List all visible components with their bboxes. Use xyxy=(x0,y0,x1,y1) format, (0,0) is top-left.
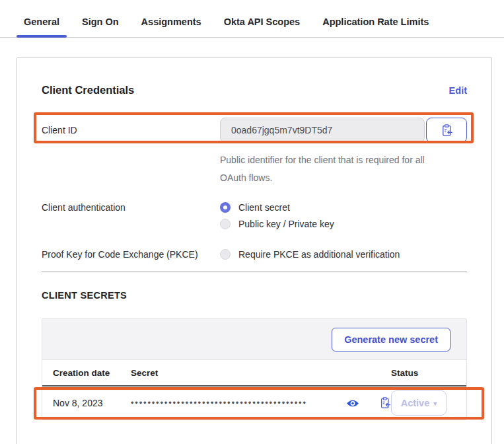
status-cell: Active ▾ xyxy=(391,390,457,416)
secret-value-cell: ••••••••••••••••••••••••••••••••••••••••… xyxy=(131,397,391,409)
masked-secret-value: ••••••••••••••••••••••••••••••••••••••••… xyxy=(131,398,343,408)
app-tab-bar: General Sign On Assignments Okta API Sco… xyxy=(0,0,504,38)
chevron-down-icon: ▾ xyxy=(433,400,437,407)
client-secrets-toolbar: Generate new secret xyxy=(42,319,466,360)
copy-client-id-button[interactable] xyxy=(426,118,467,143)
tab-okta-api-scopes[interactable]: Okta API Scopes xyxy=(217,5,308,37)
client-secrets-panel: Generate new secret Creation date Secret… xyxy=(42,318,467,420)
client-id-help-text: Public identifier for the client that is… xyxy=(220,151,448,187)
client-credentials-header: Client Credentials Edit xyxy=(42,84,467,96)
secrets-table-header: Creation date Secret Status xyxy=(42,360,466,387)
radio-client-secret[interactable]: Client secret xyxy=(220,202,467,213)
client-secrets-title: CLIENT SECRETS xyxy=(42,290,467,301)
column-header-status: Status xyxy=(391,368,457,378)
copy-icon xyxy=(441,124,453,137)
secret-creation-date: Nov 8, 2023 xyxy=(53,398,131,408)
client-authentication-options: Client secret Public key / Private key xyxy=(220,196,467,229)
column-header-secret: Secret xyxy=(131,368,391,378)
radio-public-private-key[interactable]: Public key / Private key xyxy=(220,219,467,229)
tab-sign-on[interactable]: Sign On xyxy=(75,5,126,37)
pkce-label: Proof Key for Code Exchange (PKCE) xyxy=(42,243,220,260)
eye-icon xyxy=(346,399,359,408)
radio-client-secret-label: Client secret xyxy=(238,202,290,213)
radio-public-private-key-label: Public key / Private key xyxy=(238,219,334,229)
tab-general[interactable]: General xyxy=(17,5,67,37)
pkce-options: Require PKCE as additional verification xyxy=(220,243,467,260)
section-divider xyxy=(42,272,467,272)
client-credentials-title: Client Credentials xyxy=(42,84,134,96)
pkce-option-label: Require PKCE as additional verification xyxy=(238,249,400,260)
client-authentication-label: Client authentication xyxy=(42,196,220,229)
copy-secret-button[interactable] xyxy=(379,397,391,409)
general-settings-card: Client Credentials Edit Client ID 0oad67… xyxy=(17,57,492,444)
copy-icon xyxy=(379,397,391,409)
checkbox-unchecked-icon[interactable] xyxy=(220,249,231,260)
radio-unselected-icon[interactable] xyxy=(220,219,231,229)
pkce-row: Proof Key for Code Exchange (PKCE) Requi… xyxy=(42,243,467,260)
tab-assignments[interactable]: Assignments xyxy=(134,5,209,37)
client-id-control: 0oad67jgq5m7vt9DT5d7 xyxy=(220,118,467,143)
column-header-creation-date: Creation date xyxy=(53,368,131,378)
status-active-label: Active xyxy=(401,398,430,408)
client-authentication-row: Client authentication Client secret Publ… xyxy=(42,196,467,229)
reveal-secret-button[interactable] xyxy=(346,399,359,408)
client-id-field[interactable]: 0oad67jgq5m7vt9DT5d7 xyxy=(220,118,425,143)
generate-new-secret-button[interactable]: Generate new secret xyxy=(332,328,450,352)
status-active-dropdown[interactable]: Active ▾ xyxy=(391,390,447,416)
radio-selected-icon[interactable] xyxy=(220,202,231,213)
pkce-checkbox-option[interactable]: Require PKCE as additional verification xyxy=(220,249,467,260)
client-id-row: Client ID 0oad67jgq5m7vt9DT5d7 Public id… xyxy=(42,118,467,187)
secret-table-row: Nov 8, 2023 ••••••••••••••••••••••••••••… xyxy=(42,387,466,420)
edit-link[interactable]: Edit xyxy=(449,85,467,96)
tab-application-rate-limits[interactable]: Application Rate Limits xyxy=(315,5,436,37)
client-id-label: Client ID xyxy=(42,118,220,143)
